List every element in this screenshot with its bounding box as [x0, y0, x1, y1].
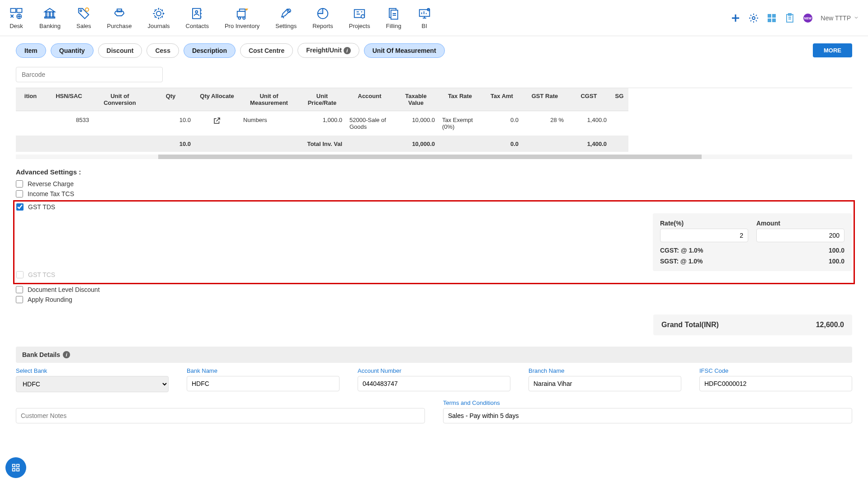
tds-sgst-label: SGST: @ 1.0%: [660, 258, 703, 265]
grand-total-row: Grand Total(INR) 12,600.0: [16, 314, 852, 335]
col-rate: Unit Price/Rate: [298, 88, 346, 111]
col-hsn: HSN/SAC: [45, 88, 93, 111]
check-doc-discount[interactable]: Document Level Discount: [16, 286, 852, 293]
cell-rate[interactable]: 1,000.0: [298, 111, 346, 136]
nav-inventory[interactable]: Pro Inventory: [225, 6, 259, 29]
account-number-input[interactable]: [358, 376, 510, 391]
cell-sgst[interactable]: [610, 111, 628, 136]
check-rounding[interactable]: Apply Rounding: [16, 296, 852, 303]
sales-icon: [76, 6, 91, 21]
svg-rect-22: [391, 10, 397, 19]
pill-freight[interactable]: Freight/Unit i: [297, 43, 359, 58]
gear-icon[interactable]: [748, 13, 759, 23]
col-gstrate: GST Rate: [522, 88, 567, 111]
grand-total-value: 12,600.0: [816, 321, 844, 329]
top-navigation: Desk Banking Sales Purchase Journals Con…: [0, 0, 868, 36]
inventory-icon: [235, 6, 250, 21]
nav-label: Projects: [349, 23, 370, 29]
branch-name-input[interactable]: [528, 376, 681, 391]
cell-taxable[interactable]: 10,000.0: [393, 111, 439, 136]
select-bank[interactable]: HDFC: [16, 376, 169, 392]
nav-bi[interactable]: BI: [417, 6, 432, 29]
cell-qtyalloc[interactable]: [194, 111, 240, 136]
svg-rect-28: [768, 19, 771, 22]
col-cgst: CGST: [567, 88, 610, 111]
check-reverse-charge[interactable]: Reverse Charge: [16, 180, 852, 188]
tds-cgst-label: CGST: @ 1.0%: [660, 247, 703, 254]
user-name: New TTTP: [821, 14, 851, 22]
footer-blank: [45, 136, 93, 152]
ifsc-input[interactable]: [699, 376, 852, 391]
pill-discount[interactable]: Discount: [98, 43, 142, 58]
cell-uoc[interactable]: [93, 111, 147, 136]
chevron-down-icon: [854, 14, 859, 22]
col-qty: Qty: [147, 88, 194, 111]
nav-purchase[interactable]: Purchase: [107, 6, 132, 29]
pill-uom[interactable]: Unit Of Measurement: [364, 43, 445, 58]
cell-taxrate[interactable]: Tax Exempt (0%): [439, 111, 481, 136]
info-icon: i: [344, 47, 351, 54]
nav-filling[interactable]: Filling: [386, 6, 401, 29]
check-income-tax-tcs[interactable]: Income Tax TCS: [16, 190, 852, 197]
nav-label: Banking: [39, 23, 61, 29]
nav-projects[interactable]: Projects: [349, 6, 370, 29]
nav-label: BI: [422, 23, 427, 29]
cell-cgst[interactable]: 1,400.0: [567, 111, 610, 136]
footer-blank: [346, 136, 393, 152]
new-badge-icon[interactable]: NEW: [802, 13, 813, 23]
table-row[interactable]: [16, 111, 45, 136]
line-items-table: ition HSN/SAC Unit of Conversion Qty Qty…: [16, 88, 852, 152]
svg-point-13: [195, 11, 198, 13]
terms-label: Terms and Conditions: [443, 399, 852, 406]
barcode-input[interactable]: [16, 67, 163, 82]
open-icon[interactable]: [213, 117, 221, 125]
add-icon[interactable]: [730, 13, 741, 23]
settings-icon: [279, 6, 293, 21]
clipboard-icon[interactable]: [784, 13, 795, 23]
check-gst-tds[interactable]: GST TDS: [16, 203, 852, 211]
nav-settings[interactable]: Settings: [275, 6, 297, 29]
footer-blank: [439, 136, 481, 152]
pill-description[interactable]: Description: [184, 43, 236, 58]
cell-uom[interactable]: Numbers: [240, 111, 298, 136]
cell-gstrate[interactable]: 28 %: [522, 111, 567, 136]
nav-label: Settings: [275, 23, 297, 29]
col-account: Account: [346, 88, 393, 111]
footer-blank: [610, 136, 628, 152]
select-bank-label: Select Bank: [16, 367, 169, 374]
terms-row: x Terms and Conditions: [16, 399, 852, 423]
svg-point-20: [361, 15, 365, 19]
check-gst-tcs[interactable]: GST TCS: [16, 271, 852, 278]
tds-amount-input[interactable]: [756, 229, 844, 242]
nav-sales[interactable]: Sales: [76, 6, 91, 29]
user-menu[interactable]: New TTTP: [821, 14, 859, 22]
pill-cess[interactable]: Cess: [146, 43, 179, 58]
cell-taxamt[interactable]: 0.0: [481, 111, 522, 136]
svg-point-17: [243, 17, 245, 19]
cell-qty[interactable]: 10.0: [147, 111, 194, 136]
more-button[interactable]: MORE: [813, 43, 852, 57]
pill-quantity[interactable]: Quantity: [51, 43, 94, 58]
horizontal-scrollbar[interactable]: [16, 155, 852, 159]
footer-cgst: 1,400.0: [567, 136, 610, 152]
terms-input[interactable]: [443, 408, 852, 423]
cell-hsn[interactable]: 8533: [45, 111, 93, 136]
pill-cost-centre[interactable]: Cost Centre: [240, 43, 293, 58]
footer-taxamt: 0.0: [481, 136, 522, 152]
nav-journals[interactable]: Journals: [147, 6, 170, 29]
nav-reports[interactable]: Reports: [312, 6, 333, 29]
bank-name-input[interactable]: [187, 376, 340, 391]
pill-item[interactable]: Item: [16, 43, 46, 58]
svg-rect-6: [45, 17, 55, 19]
nav-banking[interactable]: Banking: [39, 6, 61, 29]
col-taxamt: Tax Amt: [481, 88, 522, 111]
nav-desk[interactable]: Desk: [9, 6, 24, 29]
customer-notes-input[interactable]: [16, 408, 425, 423]
col-uoc: Unit of Conversion: [93, 88, 147, 111]
tds-rate-input[interactable]: [660, 229, 748, 242]
cell-account[interactable]: 52000-Sale of Goods: [346, 111, 393, 136]
svg-rect-14: [237, 11, 245, 17]
info-icon[interactable]: i: [63, 351, 70, 358]
nav-contacts[interactable]: Contacts: [186, 6, 209, 29]
calculator-icon[interactable]: [766, 13, 777, 23]
